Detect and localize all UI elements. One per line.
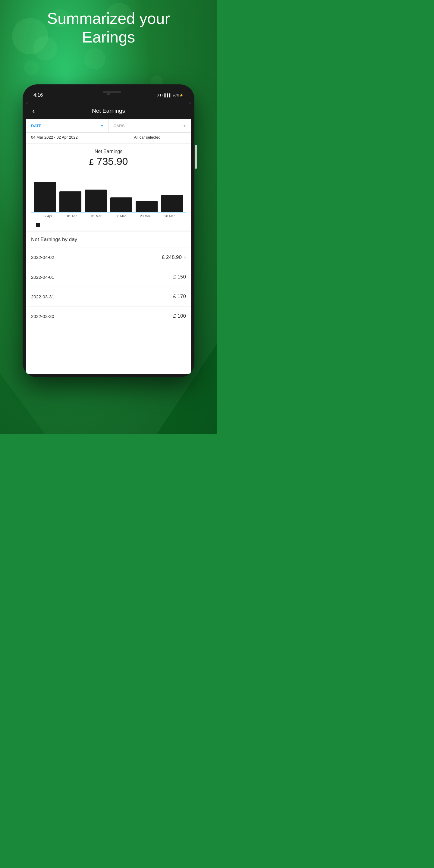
bar-3 <box>110 197 132 212</box>
earnings-date-2: 2022-03-31 <box>31 294 54 299</box>
bg-circle-6 <box>84 48 105 69</box>
bar-2 <box>85 190 107 212</box>
bar-4 <box>135 201 157 212</box>
app-header: ‹ Net Earnings <box>26 102 191 119</box>
headline-line2: Earings <box>82 28 135 46</box>
earnings-summary: Net Earnings £ 735.90 <box>26 144 191 170</box>
filter-row: DATE ▼ CARS ▼ <box>26 119 191 133</box>
chart-label-5: 28 Mar <box>159 214 180 218</box>
screen-content: DATE ▼ CARS ▼ 04 Mar 2022 - 02 Apr 2022 … <box>26 119 191 326</box>
phone-wrapper: 4:16 0.17 ▌▌▌ 96%⚡ ‹ Net Earnings DAT <box>23 84 194 377</box>
status-time: 4:16 <box>33 93 43 98</box>
earnings-amount-0: £ 248.90 <box>162 254 182 260</box>
date-range-text: 04 Mar 2022 - 02 Apr 2022 <box>31 135 108 140</box>
bar-col-0 <box>34 173 56 212</box>
section-title: Net Earnings by day <box>26 230 191 247</box>
date-filter-button[interactable]: DATE ▼ <box>26 119 109 132</box>
chart-label-1: 01 Apr <box>61 214 82 218</box>
phone-speaker <box>103 91 121 93</box>
chart-area: 02 Apr 01 Apr 31 Mar 30 Mar 29 Mar 28 Ma… <box>26 170 191 230</box>
earnings-item-0[interactable]: 2022-04-02 £ 248.90 › <box>26 247 191 267</box>
screen-title: Net Earnings <box>92 107 125 114</box>
chevron-right-icon-0: › <box>184 254 186 260</box>
chart-label-3: 30 Mar <box>110 214 131 218</box>
date-filter-label: DATE <box>31 124 41 128</box>
bar-col-2 <box>85 173 107 212</box>
earnings-amount-2: £ 170 <box>173 293 186 300</box>
earnings-amount-1: £ 150 <box>173 274 186 280</box>
earnings-date-3: 2022-03-30 <box>31 314 54 319</box>
earnings-list: 2022-04-02 £ 248.90 › 2022-04-01 £ 150 <box>26 247 191 326</box>
chart-labels: 02 Apr 01 Apr 31 Mar 30 Mar 29 Mar 28 Ma… <box>31 213 186 221</box>
bar-col-3 <box>110 173 132 212</box>
date-range-row: 04 Mar 2022 - 02 Apr 2022 All car select… <box>26 133 191 144</box>
cars-filter-button[interactable]: CARS ▼ <box>109 119 191 132</box>
earnings-value-0: £ 248.90 › <box>162 254 186 260</box>
status-bar: 4:16 0.17 ▌▌▌ 96%⚡ <box>26 88 191 102</box>
earnings-date-0: 2022-04-02 <box>31 255 54 260</box>
chart-label-4: 29 Mar <box>135 214 156 218</box>
legend-row <box>31 221 186 230</box>
status-icons: 0.17 ▌▌▌ 96%⚡ <box>157 93 184 97</box>
earnings-item-2[interactable]: 2022-03-31 £ 170 <box>26 287 191 307</box>
bg-circle-5 <box>24 60 39 75</box>
page-headline: Summarized your Earings <box>0 9 217 47</box>
cars-filter-arrow: ▼ <box>183 124 186 127</box>
earnings-value-1: £ 150 <box>173 274 186 280</box>
bar-5 <box>161 195 183 212</box>
bg-triangle-2 <box>0 374 45 434</box>
chart-label-0: 02 Apr <box>37 214 58 218</box>
chart-label-2: 31 Mar <box>86 214 107 218</box>
earnings-date-1: 2022-04-01 <box>31 275 54 280</box>
earnings-item-1[interactable]: 2022-04-01 £ 150 <box>26 267 191 287</box>
cars-selected-text: All car selected <box>108 135 186 140</box>
currency-symbol: £ <box>89 157 94 167</box>
battery-icon: 96%⚡ <box>173 93 184 97</box>
bar-col-4 <box>135 173 157 212</box>
earnings-summary-label: Net Earnings <box>31 149 186 154</box>
bar-1 <box>59 191 81 212</box>
phone-screen: ‹ Net Earnings DATE ▼ CARS ▼ <box>26 102 191 374</box>
bar-0 <box>34 182 56 212</box>
earnings-value-2: £ 170 <box>173 293 186 300</box>
earnings-item-3[interactable]: 2022-03-30 £ 100 <box>26 307 191 326</box>
earnings-summary-amount: £ 735.90 <box>31 156 186 167</box>
date-filter-arrow: ▼ <box>101 124 104 127</box>
bar-chart <box>31 173 186 213</box>
earnings-value-3: £ 100 <box>173 313 186 319</box>
bar-col-5 <box>161 173 183 212</box>
back-button[interactable]: ‹ <box>32 106 35 116</box>
legend-box <box>36 223 40 227</box>
earnings-amount-3: £ 100 <box>173 313 186 319</box>
scrollbar <box>195 145 197 169</box>
network-info: 0.17 <box>157 93 163 97</box>
phone-camera <box>107 92 110 95</box>
earnings-value: 735.90 <box>97 156 128 167</box>
cars-filter-label: CARS <box>114 124 125 128</box>
phone-device: 4:16 0.17 ▌▌▌ 96%⚡ ‹ Net Earnings DAT <box>23 84 194 377</box>
signal-icon: ▌▌▌ <box>164 93 172 97</box>
headline-line1: Summarized your <box>47 10 170 27</box>
bar-col-1 <box>59 173 81 212</box>
